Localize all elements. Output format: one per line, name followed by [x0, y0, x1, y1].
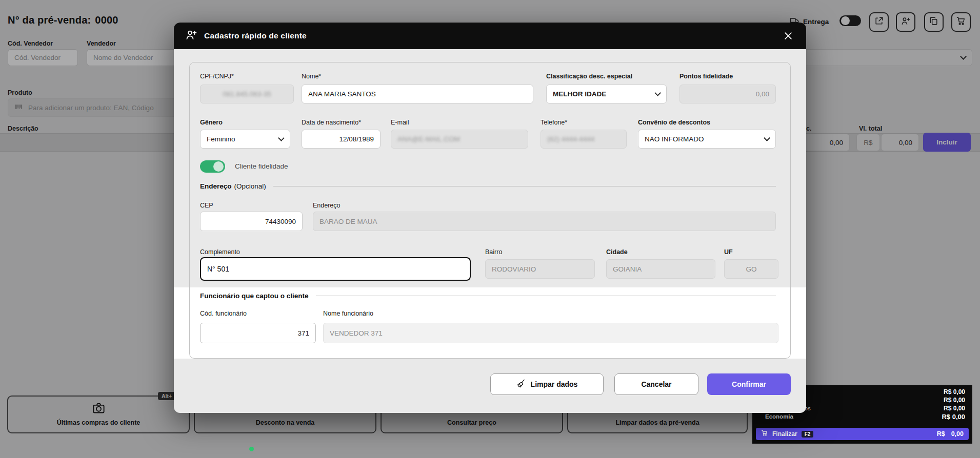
screen: N° da pré-venda:0000 Entrega Cód. Vended… [0, 0, 980, 458]
employee-name-value: VENDEDOR 371 [330, 329, 383, 337]
section-divider [316, 296, 776, 296]
status-green-dot [249, 447, 254, 451]
employee-section-title: Funcionário que captou o cliente [200, 292, 309, 300]
clear-data-button[interactable]: Limpar dados [490, 373, 604, 395]
uf-value: GO [746, 265, 756, 273]
email-label: E-mail [391, 119, 409, 126]
uf-label: UF [724, 248, 733, 256]
loyalty-toggle-knob [213, 161, 224, 172]
email-input[interactable]: ANA@E-MAIL.COM [391, 130, 528, 149]
gender-label: Gênero [200, 119, 223, 126]
agreement-select[interactable]: NÃO INFORMADO [638, 130, 776, 149]
cep-label: CEP [200, 202, 213, 209]
summary-value: R$ 0,00 [944, 397, 965, 404]
employee-name-input: VENDEDOR 371 [323, 323, 778, 343]
finalize-value: 0,00 [951, 430, 964, 438]
phone-label: Telefone* [541, 119, 567, 126]
employee-name-label: Nome funcionário [323, 310, 373, 317]
name-label: Nome* [302, 73, 321, 80]
cpf-value: 081.845.063-35 [223, 90, 271, 98]
gender-select[interactable]: Feminino [200, 130, 290, 149]
clear-data-label: Limpar dados [531, 380, 578, 388]
birthdate-value: 12/08/1989 [339, 135, 374, 143]
city-value: GOIANIA [613, 265, 642, 273]
complement-input[interactable]: N° 501 [200, 257, 471, 281]
address-input: BARAO DE MAUA [313, 212, 776, 231]
finalize-currency: R$ [937, 430, 945, 438]
classification-value: MELHOR IDADE [553, 90, 606, 98]
finalize-button[interactable]: Finalizar F2 R$ 0,00 [756, 428, 969, 440]
section-divider [273, 186, 776, 186]
district-label: Bairro [485, 248, 502, 256]
name-value: ANA MARIA SANTOS [308, 90, 376, 98]
summary-value: R$ 0,00 [944, 388, 965, 395]
points-input: 0,00 [679, 85, 776, 103]
city-input: GOIANIA [606, 259, 715, 279]
city-label: Cidade [606, 248, 628, 256]
cpf-input[interactable]: 081.845.063-35 [200, 85, 294, 103]
birthdate-label: Data de nascimento* [302, 119, 361, 126]
customer-quick-register-modal: Cadastro rápido de cliente CPF/CNPJ* 081… [174, 23, 806, 413]
loyalty-label: Cliente fidelidade [235, 162, 288, 170]
cep-input[interactable]: 74430090 [200, 212, 303, 231]
address-value: BARAO DE MAUA [319, 218, 377, 225]
employee-section-header: Funcionário que captou o cliente [200, 292, 776, 300]
finalize-shortcut-badge: F2 [802, 431, 814, 438]
agreement-value: NÃO INFORMADO [645, 135, 704, 143]
cart-icon [761, 429, 768, 439]
employee-code-input[interactable]: 371 [200, 323, 316, 343]
points-value: 0,00 [756, 90, 769, 98]
agreement-label: Convênio de descontos [638, 119, 710, 126]
name-input[interactable]: ANA MARIA SANTOS [302, 85, 533, 103]
cancel-button[interactable]: Cancelar [614, 373, 698, 395]
close-icon[interactable] [782, 29, 795, 43]
finalize-label: Finalizar [772, 430, 797, 438]
form-outline [189, 62, 791, 359]
classification-label: Classificação desc. especial [546, 73, 632, 80]
complement-value: N° 501 [207, 265, 229, 273]
email-value: ANA@E-MAIL.COM [397, 135, 460, 143]
phone-value: (62) 4444-4444 [547, 135, 594, 143]
chevron-down-icon [654, 90, 661, 96]
address-label: Endereço [313, 202, 341, 209]
loyalty-toggle[interactable] [200, 160, 225, 173]
cancel-label: Cancelar [641, 380, 671, 388]
finalize-amount: R$ 0,00 [937, 430, 964, 438]
savings-label: Economia [765, 413, 793, 420]
address-section-suffix: (Opcional) [234, 182, 266, 190]
modal-header: Cadastro rápido de cliente [174, 23, 806, 49]
address-section-title: Endereço [200, 182, 232, 190]
district-value: RODOVIARIO [492, 265, 536, 273]
gender-value: Feminino [207, 135, 235, 143]
savings-value: R$ 0,00 [942, 413, 965, 421]
employee-code-value: 371 [297, 329, 309, 337]
points-label: Pontos fidelidade [679, 73, 733, 80]
classification-select[interactable]: MELHOR IDADE [546, 85, 667, 103]
chevron-down-icon [278, 135, 285, 141]
chevron-down-icon [764, 135, 770, 141]
phone-input[interactable]: (62) 4444-4444 [541, 130, 627, 149]
summary-value: R$ 0,00 [944, 405, 965, 412]
complement-label: Complemento [200, 248, 240, 256]
birthdate-input[interactable]: 12/08/1989 [302, 130, 381, 149]
modal-title: Cadastro rápido de cliente [204, 31, 307, 40]
cep-value: 74430090 [265, 218, 296, 225]
uf-input: GO [724, 259, 778, 279]
cpf-label: CPF/CNPJ* [200, 73, 234, 80]
district-input: RODOVIARIO [485, 259, 595, 279]
person-add-icon [185, 29, 197, 43]
confirm-button[interactable]: Confirmar [707, 373, 791, 395]
address-section-header: Endereço (Opcional) [200, 182, 776, 190]
broom-icon [516, 379, 526, 390]
employee-code-label: Cód. funcionário [200, 310, 247, 317]
confirm-label: Confirmar [732, 380, 766, 388]
